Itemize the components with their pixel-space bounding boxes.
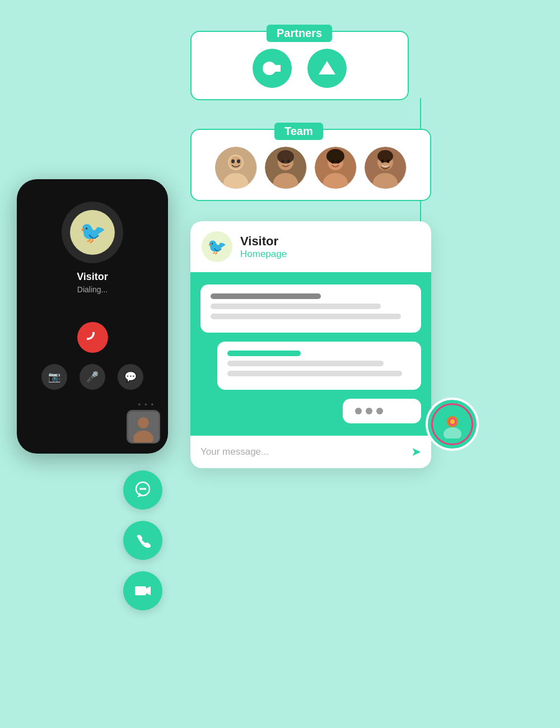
svg-marker-2 — [319, 61, 335, 74]
phone-fab[interactable] — [123, 521, 162, 560]
bubble-line — [227, 361, 384, 366]
connector-v1 — [420, 98, 421, 129]
svg-point-14 — [287, 160, 290, 163]
phone-status: Dialing... — [77, 285, 108, 294]
svg-point-37 — [142, 488, 144, 490]
chat-body — [190, 272, 431, 436]
send-icon[interactable]: ➤ — [411, 445, 421, 459]
svg-point-18 — [326, 149, 344, 164]
agent-avatar-float — [426, 398, 479, 451]
agent-inner — [431, 403, 473, 445]
svg-point-19 — [332, 160, 334, 164]
chat-bubble-2 — [217, 342, 421, 390]
typing-dot-3 — [376, 408, 383, 414]
team-avatar-3 — [315, 147, 357, 189]
team-label: Team — [274, 123, 323, 140]
svg-rect-1 — [274, 65, 281, 72]
typing-dot-1 — [355, 408, 362, 414]
svg-point-33 — [138, 417, 149, 428]
partners-label: Partners — [267, 25, 332, 42]
phone-controls: 📷 🎤 💬 — [41, 364, 143, 390]
visitor-info: Visitor Homepage — [240, 234, 287, 260]
svg-point-7 — [231, 160, 235, 164]
svg-point-24 — [377, 150, 393, 162]
video-fab[interactable] — [123, 571, 162, 610]
phone-visitor-name: Visitor — [77, 271, 108, 283]
chat-footer[interactable]: Your message... ➤ — [190, 436, 431, 468]
phone-mockup: 🐦 Visitor Dialing... 📷 🎤 💬 • • • — [17, 179, 168, 454]
svg-point-38 — [144, 488, 146, 490]
svg-point-20 — [337, 160, 340, 164]
typing-dot-2 — [366, 408, 372, 414]
team-avatar-1 — [215, 147, 257, 189]
svg-point-13 — [282, 160, 284, 163]
svg-point-25 — [381, 160, 384, 163]
team-avatar-2 — [265, 147, 307, 189]
phone-avatar-outer: 🐦 — [62, 202, 123, 263]
bubble-line — [211, 304, 381, 309]
team-avatar-4 — [365, 147, 407, 189]
svg-point-12 — [277, 150, 294, 164]
chat-bubble-1 — [200, 284, 421, 333]
partner-icon-2 — [307, 49, 347, 88]
chat-header: 🐦 Visitor Homepage — [190, 221, 431, 272]
phone-avatar-inner: 🐦 — [70, 210, 115, 255]
video-toggle-button[interactable]: 📷 — [41, 364, 67, 390]
partner-icon-1 — [253, 49, 292, 88]
end-call-button[interactable] — [77, 322, 108, 353]
chat-panel: 🐦 Visitor Homepage Your message... ➤ — [190, 221, 431, 468]
svg-point-26 — [387, 160, 390, 163]
partners-icons — [208, 49, 391, 88]
chat-fab[interactable] — [123, 470, 162, 510]
visitor-name-text: Visitor — [240, 234, 287, 249]
bubble-line — [211, 314, 401, 319]
visitor-page-text: Homepage — [240, 249, 287, 260]
chat-button[interactable]: 💬 — [118, 364, 143, 390]
phone-dots: • • • — [138, 401, 155, 409]
svg-marker-40 — [146, 586, 151, 595]
message-input[interactable]: Your message... — [200, 446, 269, 458]
svg-rect-39 — [135, 586, 146, 595]
svg-point-30 — [450, 419, 455, 424]
team-avatars — [203, 147, 419, 189]
phone-selfie — [127, 410, 160, 444]
bubble-line — [227, 371, 402, 376]
visitor-avatar: 🐦 — [202, 231, 232, 262]
bubble-line — [227, 351, 301, 356]
svg-point-8 — [237, 160, 240, 164]
typing-bubble — [343, 399, 421, 423]
svg-point-36 — [139, 488, 142, 490]
mute-button[interactable]: 🎤 — [80, 364, 105, 390]
bubble-line — [211, 293, 321, 299]
